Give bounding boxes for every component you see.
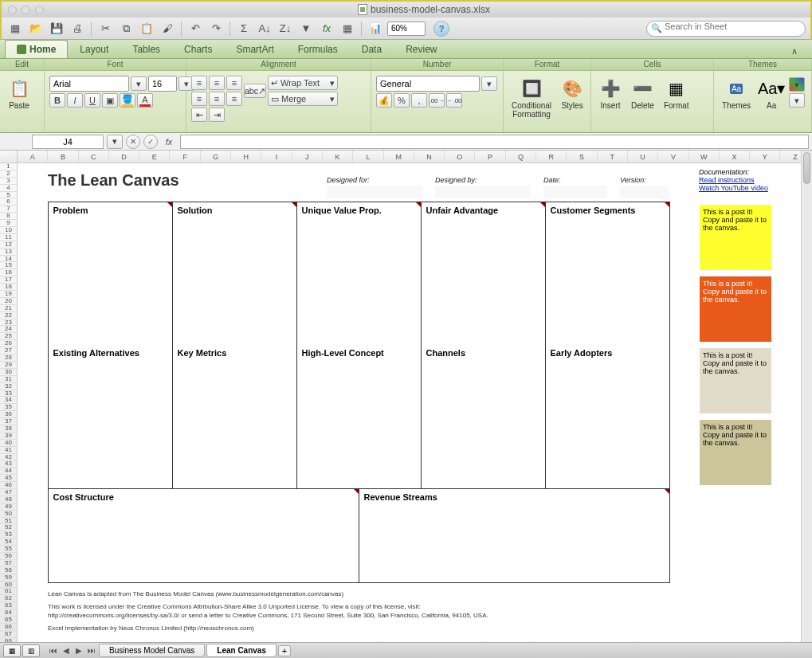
decrease-indent-icon[interactable]: ⇤ (191, 108, 207, 122)
save-icon[interactable]: 💾 (48, 21, 65, 37)
cell-solution[interactable]: Solution (172, 202, 297, 346)
close-window-icon[interactable] (8, 6, 17, 14)
align-right-icon[interactable]: ≡ (226, 92, 242, 106)
align-left-icon[interactable]: ≡ (191, 92, 207, 106)
styles-button[interactable]: 🎨 Styles (558, 76, 586, 112)
align-center-icon[interactable]: ≡ (209, 92, 225, 106)
tab-charts[interactable]: Charts (172, 40, 224, 58)
tab-review[interactable]: Review (394, 40, 449, 58)
font-dropdown-icon[interactable]: ▾ (131, 76, 147, 91)
undo-icon[interactable]: ↶ (186, 21, 204, 37)
cell-unfair[interactable]: Unfair Advantage (421, 202, 546, 346)
scroll-thumb[interactable] (803, 152, 810, 184)
postit-beige[interactable]: This is a post it! Copy and paste it to … (700, 420, 771, 485)
fx-icon[interactable]: fx (161, 137, 177, 147)
theme-colors-icon[interactable]: ▾ (789, 77, 805, 92)
accept-formula-icon[interactable]: ✓ (143, 135, 158, 149)
insert-cells-button[interactable]: ➕ Insert (596, 76, 625, 112)
themes-button[interactable]: Aa Themes (719, 76, 754, 112)
tab-tables[interactable]: Tables (120, 40, 172, 58)
cell-alternatives[interactable]: Existing Alternatives (48, 345, 173, 489)
number-format-select[interactable] (376, 76, 480, 92)
copy-icon[interactable]: ⧉ (117, 21, 135, 37)
merge-button[interactable]: ▭Merge▾ (268, 92, 338, 106)
align-top-right-icon[interactable]: ≡ (226, 76, 242, 90)
minimize-window-icon[interactable] (22, 6, 30, 14)
sheet-tab-bmc[interactable]: Business Model Canvas (99, 644, 205, 657)
tab-data[interactable]: Data (350, 40, 394, 58)
paste-icon[interactable]: 📋 (138, 21, 155, 37)
paste-button[interactable]: 📋 Paste (5, 76, 33, 112)
help-icon[interactable]: ? (433, 21, 449, 37)
theme-effects-icon[interactable]: ▾ (789, 93, 805, 108)
chart-icon[interactable]: 📊 (367, 21, 384, 37)
border-button[interactable]: ▣ (102, 93, 118, 108)
zoom-window-icon[interactable] (35, 6, 44, 14)
postit-orange[interactable]: This is a post it! Copy and paste it to … (700, 276, 771, 342)
align-top-center-icon[interactable]: ≡ (209, 76, 225, 90)
collapse-ribbon-icon[interactable]: ∧ (782, 45, 807, 58)
tab-formulas[interactable]: Formulas (286, 40, 350, 58)
cell-cost[interactable]: Cost Structure (48, 488, 359, 583)
cancel-formula-icon[interactable]: ✕ (126, 135, 140, 149)
font-size-select[interactable] (148, 76, 177, 92)
cell-metrics[interactable]: Key Metrics (172, 345, 297, 489)
redo-icon[interactable]: ↷ (207, 21, 225, 37)
last-sheet-icon[interactable]: ⏭ (86, 645, 97, 656)
fill-color-button[interactable]: 🪣 (120, 93, 135, 108)
numfmt-dropdown-icon[interactable]: ▾ (481, 76, 497, 91)
cell-channels[interactable]: Channels (421, 345, 546, 489)
zoom-select[interactable] (387, 22, 426, 36)
font-color-button[interactable]: A (137, 93, 153, 108)
workbook-icon[interactable]: ▦ (6, 21, 24, 37)
cell-adopters[interactable]: Early Adopters (545, 345, 670, 489)
sort-asc-icon[interactable]: A↓ (256, 21, 273, 37)
wrap-text-button[interactable]: ↵Wrap Text▾ (268, 76, 338, 90)
sort-desc-icon[interactable]: Z↓ (277, 21, 294, 37)
conditional-formatting-button[interactable]: 🔲 Conditional Formatting (508, 76, 555, 120)
decrease-decimal-icon[interactable]: ←.00 (446, 93, 462, 108)
meta-date-value[interactable] (543, 186, 607, 198)
print-icon[interactable]: 🖨 (69, 21, 86, 37)
delete-cells-button[interactable]: ➖ Delete (628, 76, 657, 112)
watch-video-link[interactable]: Watch YouTube video (699, 184, 768, 192)
row-headers[interactable]: 1234567891011121314151617181920212223242… (0, 163, 18, 645)
currency-button[interactable]: 💰 (376, 93, 392, 108)
formula-input[interactable] (180, 135, 809, 149)
add-sheet-icon[interactable]: + (278, 645, 291, 656)
search-box[interactable] (646, 21, 806, 37)
next-sheet-icon[interactable]: ▶ (73, 645, 84, 656)
postit-yellow[interactable]: This is a post it! Copy and paste it to … (700, 205, 771, 270)
theme-fonts-button[interactable]: Aa▾ Aa (757, 76, 786, 112)
tab-layout[interactable]: Layout (68, 40, 120, 58)
cells-area[interactable]: The Lean Canvas Designed for: Designed b… (18, 163, 812, 646)
increase-indent-icon[interactable]: ⇥ (209, 108, 225, 122)
filter-icon[interactable]: ▼ (297, 21, 315, 37)
cell-problem[interactable]: Problem (48, 202, 173, 346)
search-input[interactable] (665, 22, 798, 31)
italic-button[interactable]: I (67, 93, 83, 108)
bold-button[interactable]: B (49, 93, 65, 108)
show-formulas-icon[interactable]: ▦ (339, 21, 356, 37)
column-headers[interactable]: ABCDEFGHIJKLMNOPQRSTUVWXYZ (18, 151, 812, 163)
underline-button[interactable]: U (84, 93, 100, 108)
cell-revenue[interactable]: Revenue Streams (359, 488, 670, 583)
comma-button[interactable]: , (411, 93, 427, 108)
open-icon[interactable]: 📂 (27, 21, 45, 37)
function-icon[interactable]: fx (318, 21, 335, 37)
meta-designed-for-value[interactable] (327, 186, 422, 198)
meta-designed-by-value[interactable] (435, 186, 531, 198)
first-sheet-icon[interactable]: ⏮ (48, 645, 59, 656)
vertical-scrollbar[interactable] (801, 151, 812, 646)
read-instructions-link[interactable]: Read instructions (699, 176, 768, 184)
orientation-button[interactable]: abc↗ (244, 84, 266, 98)
normal-view-icon[interactable]: ▦ (3, 644, 21, 657)
postit-tan[interactable]: This is a post it! Copy and paste it to … (700, 348, 771, 413)
cut-icon[interactable]: ✂ (96, 21, 114, 37)
align-top-left-icon[interactable]: ≡ (191, 76, 207, 90)
cell-concept[interactable]: High-Level Concept (296, 345, 422, 489)
name-box[interactable] (32, 135, 104, 149)
format-painter-icon[interactable]: 🖌 (159, 21, 176, 37)
format-cells-button[interactable]: ▦ Format (661, 76, 692, 112)
meta-version-value[interactable] (620, 186, 668, 198)
